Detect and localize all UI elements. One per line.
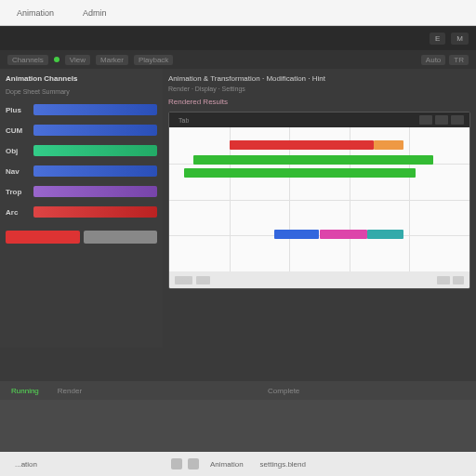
gantt-bar[interactable] — [320, 230, 368, 239]
info-sub: Render · Display · Settings — [168, 86, 470, 92]
gantt-bar[interactable] — [230, 140, 374, 150]
track-bar[interactable] — [33, 104, 157, 115]
tool-auto[interactable]: Auto — [421, 55, 445, 65]
track-label: Trop — [6, 188, 30, 196]
content-row: Animation Channels Dope Sheet Summary Pl… — [0, 69, 476, 348]
chart-tools — [419, 115, 464, 125]
status-bar: Running Render Complete — [0, 381, 476, 400]
taskbar: ...ation Animation settings.blend — [0, 452, 476, 476]
taskbar-file[interactable]: settings.blend — [255, 458, 311, 470]
top-tab-animation[interactable]: Animation — [9, 5, 61, 21]
track-label: Obj — [6, 147, 30, 155]
menu-btn-m[interactable]: M — [451, 33, 469, 45]
chart-tool-icon[interactable] — [451, 115, 464, 125]
chart-footer: AX R + - — [169, 271, 469, 288]
tool-channels[interactable]: Channels — [7, 55, 48, 65]
track-row[interactable]: Obj — [6, 143, 157, 158]
track-row[interactable]: Trop — [6, 184, 157, 199]
status-render: Render — [58, 387, 82, 395]
toolbar: Channels View Marker Playback Auto TR — [0, 50, 476, 69]
footer-btn[interactable]: R — [196, 276, 210, 284]
gantt-bar[interactable] — [184, 168, 416, 178]
status-complete: Complete — [268, 387, 299, 395]
track-label: Plus — [6, 106, 30, 114]
footer-btn[interactable]: + — [437, 276, 450, 284]
stop-button[interactable] — [84, 231, 158, 244]
chart-tool-icon[interactable] — [435, 115, 448, 125]
gantt-bar[interactable] — [274, 230, 319, 239]
track-row[interactable]: Plus — [6, 102, 157, 117]
chart-window: Tab — [168, 112, 470, 289]
panel-sub: Dope Sheet Summary — [6, 88, 157, 95]
file-icon[interactable] — [171, 458, 182, 469]
track-row[interactable]: Arc — [6, 205, 157, 219]
track-label: CUM — [6, 126, 30, 135]
footer-btn[interactable]: AX — [175, 276, 192, 284]
gantt-bar[interactable] — [367, 230, 403, 239]
gantt-bar[interactable] — [374, 140, 403, 150]
gantt-bar[interactable] — [193, 155, 433, 165]
record-button[interactable] — [6, 231, 80, 244]
track-list: Plus CUM Obj Nav Trop Arc — [6, 102, 157, 219]
track-label: Nav — [6, 167, 30, 176]
tool-tr[interactable]: TR — [449, 55, 469, 65]
track-row[interactable]: Nav — [6, 164, 157, 178]
folder-icon[interactable] — [188, 458, 199, 469]
info-line: Animation & Transformation · Modificatio… — [168, 74, 470, 83]
footer-btn[interactable]: - — [453, 276, 464, 284]
track-bar[interactable] — [33, 165, 157, 177]
taskbar-app[interactable]: Animation — [205, 458, 249, 470]
right-panel: Animation & Transformation · Modificatio… — [163, 69, 476, 348]
main-workspace: E M Channels View Marker Playback Auto T… — [0, 26, 476, 476]
chart-tab[interactable]: Tab — [175, 116, 192, 125]
track-bar[interactable] — [33, 206, 157, 218]
chart-header: Tab — [169, 112, 469, 127]
menu-btn-e[interactable]: E — [430, 33, 445, 45]
timeline-chart[interactable] — [169, 127, 469, 271]
menu-bar: E M — [0, 26, 476, 50]
tool-playback[interactable]: Playback — [134, 55, 173, 65]
channel-panel: Animation Channels Dope Sheet Summary Pl… — [0, 69, 163, 348]
panel-header: Animation Channels — [6, 74, 157, 83]
track-label: Arc — [6, 208, 30, 217]
bottom-area — [0, 400, 476, 452]
track-bar[interactable] — [33, 125, 157, 136]
info-highlight: Rendered Results — [168, 98, 470, 106]
record-icon — [54, 57, 60, 62]
status-running: Running — [11, 387, 39, 395]
tool-marker[interactable]: Marker — [96, 55, 128, 65]
control-row — [6, 231, 157, 244]
top-tab-admin[interactable]: Admin — [75, 5, 114, 21]
taskbar-label: ...ation — [9, 458, 43, 470]
top-bar: Animation Admin — [0, 0, 476, 26]
track-bar[interactable] — [33, 186, 157, 197]
chart-tool-icon[interactable] — [419, 115, 432, 125]
track-row[interactable]: CUM — [6, 123, 157, 138]
tool-view[interactable]: View — [65, 55, 90, 65]
track-bar[interactable] — [33, 145, 157, 156]
